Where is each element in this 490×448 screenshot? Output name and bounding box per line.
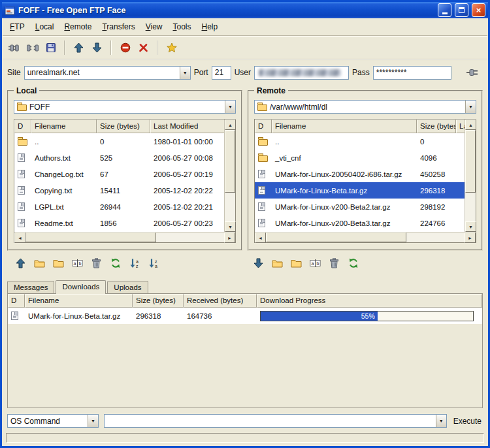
column-header-filename[interactable]: Filename	[25, 294, 133, 308]
disconnect-button[interactable]	[24, 39, 41, 56]
menu-item-help[interactable]: Help	[197, 20, 223, 34]
download-button[interactable]	[250, 255, 267, 271]
scrollbar-thumb[interactable]	[465, 130, 476, 193]
file-row[interactable]: LGPL.txt269442005-12-02 20:21	[14, 199, 224, 215]
column-header-size-bytes-[interactable]: Size (bytes)	[97, 120, 150, 133]
tab-messages[interactable]: Messages	[7, 281, 54, 293]
download-row[interactable]: UMark-for-Linux-Beta.tar.gz2963181647365…	[8, 308, 482, 324]
scrollbar-thumb[interactable]	[266, 232, 406, 242]
column-header-last-modified[interactable]: Last Modified	[150, 120, 224, 133]
site-dropdown-button[interactable]: ▼	[180, 67, 190, 79]
column-header-filename[interactable]: Filename	[31, 120, 97, 133]
scroll-down-button[interactable]: ▼	[225, 221, 236, 232]
local-table-header: DFilenameSize (bytes)Last Modified	[14, 120, 224, 133]
user-input[interactable]	[254, 66, 349, 80]
column-header-d[interactable]: D	[8, 294, 25, 308]
menu-item-ftp[interactable]: FTP	[5, 20, 30, 34]
new-folder-button[interactable]	[288, 255, 304, 271]
file-row[interactable]: ..01980-01-01 00:00	[14, 133, 224, 150]
column-header-last-modified[interactable]: Last Modified	[456, 120, 465, 133]
scroll-right-button[interactable]: ►	[224, 232, 235, 243]
file-row[interactable]: UMark-for-Linux-v200-Beta2.tar.gz298192	[255, 199, 465, 215]
arrow-down-icon	[92, 42, 102, 53]
scroll-up-button[interactable]: ▲	[225, 120, 236, 130]
remote-path-combobox[interactable]: /var/www/html/dl ▼	[254, 100, 476, 114]
stop-button[interactable]	[116, 39, 134, 56]
minimize-button[interactable]	[438, 3, 451, 17]
save-button[interactable]	[42, 39, 59, 56]
local-vertical-scrollbar[interactable]: ▲ ▼	[224, 120, 235, 232]
scroll-left-button[interactable]: ◄	[255, 232, 266, 243]
remote-horizontal-scrollbar[interactable]: ◄ ►	[255, 232, 476, 242]
rename-button[interactable]: ab	[69, 255, 86, 271]
user-label: User	[235, 68, 251, 77]
menu-item-local[interactable]: Local	[30, 20, 59, 34]
column-header-d[interactable]: D	[255, 120, 272, 133]
connect-button[interactable]	[5, 39, 23, 56]
close-button[interactable]: ×	[472, 3, 485, 17]
file-row[interactable]: UMark-for-Linux-v200-Beta3.tar.gz224766	[255, 215, 465, 231]
file-row[interactable]: ..0	[255, 133, 465, 150]
maximize-button[interactable]	[455, 3, 468, 17]
tab-downloads[interactable]: Downloads	[56, 280, 106, 294]
scroll-up-button[interactable]: ▲	[465, 120, 476, 130]
scrollbar-thumb[interactable]	[225, 130, 235, 193]
new-folder-button[interactable]	[50, 255, 67, 271]
sort-asc-button[interactable]: az	[126, 255, 142, 271]
refresh-button[interactable]	[107, 255, 123, 271]
file-row[interactable]: ChangeLog.txt672006-05-27 00:19	[14, 166, 224, 182]
pass-input[interactable]	[373, 66, 451, 80]
change-folder-button[interactable]	[31, 255, 48, 271]
file-row[interactable]: Authors.txt5252006-05-27 00:08	[14, 150, 224, 166]
remote-vertical-scrollbar[interactable]: ▲ ▼	[465, 120, 476, 232]
titlebar[interactable]: FOFF - Free Open FTP Face ×	[2, 2, 488, 18]
menu-item-view[interactable]: View	[140, 20, 168, 34]
download-button[interactable]	[88, 39, 106, 56]
quick-connect-button[interactable]	[463, 65, 483, 80]
command-input-dropdown-button[interactable]: ▼	[436, 415, 446, 427]
file-row[interactable]: Readme.txt18562006-05-27 00:23	[14, 215, 224, 231]
column-header-download-progress[interactable]: Download Progress	[257, 294, 482, 308]
command-type-dropdown-button[interactable]: ▼	[88, 415, 98, 427]
menu-item-tools[interactable]: Tools	[167, 20, 196, 34]
remote-path-dropdown-button[interactable]: ▼	[465, 101, 476, 113]
local-path-combobox[interactable]: FOFF ▼	[14, 100, 236, 114]
file-row[interactable]: Copying.txt154112005-12-02 20:22	[14, 182, 224, 199]
scrollbar-track[interactable]	[406, 232, 465, 242]
cancel-button[interactable]	[135, 39, 152, 56]
menu-item-remote[interactable]: Remote	[59, 20, 97, 34]
upload-button[interactable]	[70, 39, 88, 56]
column-header-size-bytes-[interactable]: Size (bytes)	[133, 294, 184, 308]
sort-desc-button[interactable]: za	[145, 255, 161, 271]
change-folder-button[interactable]	[269, 255, 286, 271]
scroll-right-button[interactable]: ►	[465, 232, 476, 243]
execute-button[interactable]: Execute	[452, 415, 483, 427]
site-combobox[interactable]: unrealmark.net ▼	[24, 66, 191, 80]
scroll-left-button[interactable]: ◄	[14, 232, 25, 243]
scrollbar-thumb[interactable]	[25, 232, 156, 242]
scrollbar-track[interactable]	[465, 193, 476, 221]
scrollbar-track[interactable]	[225, 193, 235, 221]
column-header-received-bytes-[interactable]: Received (bytes)	[184, 294, 257, 308]
scrollbar-track[interactable]	[156, 232, 224, 242]
local-path-dropdown-button[interactable]: ▼	[225, 101, 235, 113]
command-input-combobox[interactable]: ▼	[104, 414, 447, 428]
refresh-button[interactable]	[345, 255, 361, 271]
column-header-filename[interactable]: Filename	[272, 120, 417, 133]
port-input[interactable]	[212, 66, 231, 80]
rename-button[interactable]: ab	[307, 255, 323, 271]
file-row[interactable]: UMark-for-Linux-Beta.tar.gz296318	[255, 182, 465, 199]
column-header-d[interactable]: D	[14, 120, 31, 133]
command-type-combobox[interactable]: OS Command ▼	[7, 414, 99, 428]
delete-button[interactable]	[88, 255, 105, 271]
delete-button[interactable]	[326, 255, 342, 271]
bookmark-button[interactable]	[163, 39, 180, 56]
upload-button[interactable]	[12, 255, 29, 271]
menu-item-transfers[interactable]: Transfers	[97, 20, 140, 34]
local-horizontal-scrollbar[interactable]: ◄ ►	[14, 232, 235, 242]
tab-uploads[interactable]: Uploads	[107, 281, 148, 293]
column-header-size-bytes-[interactable]: Size (bytes)	[417, 120, 456, 133]
scroll-down-button[interactable]: ▼	[465, 221, 476, 232]
file-row[interactable]: _vti_cnf4096	[255, 150, 465, 166]
file-row[interactable]: UMark-for-Linux-20050402-i686.tar.gz4502…	[255, 166, 465, 182]
